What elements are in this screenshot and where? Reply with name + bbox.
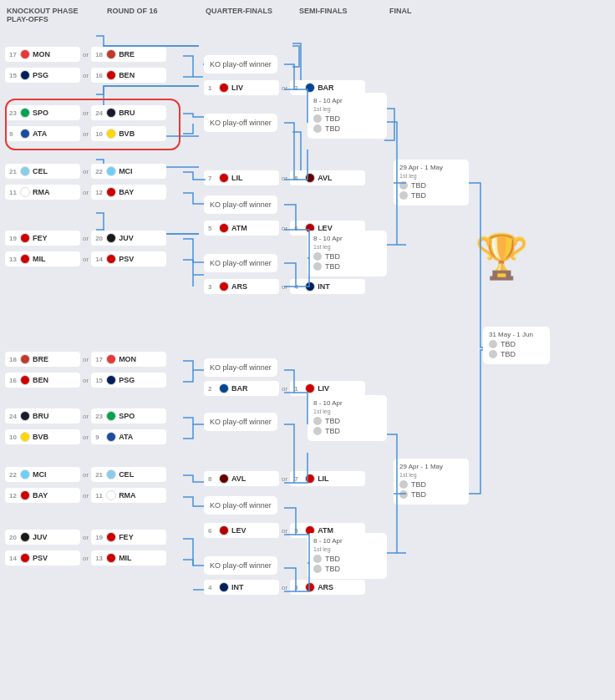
ko-matchup: 19FEYor20JUV [5,231,166,246]
ko-matchup: 12BAYor11RMA [5,488,166,503]
r16-matchup: 8AVLor7LIL [204,471,365,486]
round-result-box: 8 - 10 Apr1st legTBDTBD [308,533,387,579]
round-result-box: 8 - 10 Apr1st legTBDTBD [308,93,387,139]
ko-playoff-winner: KO play-off winner [204,55,277,74]
header-final: FINAL [389,7,456,23]
ko-playoff-winner: KO play-off winner [204,413,277,431]
ko-matchup: 23SPOor24BRU [5,105,166,120]
r16-matchup: 4INTor3ARS [204,580,365,595]
ko-matchup: 13MILor14PSV [5,251,166,266]
ko-matchup: 14PSVor13MIL [5,550,166,566]
ko-matchup: 24BRUor23SPO [5,408,166,424]
header-qf: QUARTER-FINALS [206,7,299,23]
ko-matchup: 15PSGor16BEN [5,68,166,83]
sf-result-box: 29 Apr - 1 May1st legTBDTBD [394,160,469,205]
bracket-container: KNOCKOUT PHASEPLAY-OFFS ROUND OF 16 QUAR… [0,0,615,700]
ko-matchup: 20JUVor19FEY [5,530,166,545]
header-r16: ROUND OF 16 [107,7,206,23]
ko-matchup: 9ATAor10BVB [5,126,166,141]
ko-matchup: 16BENor15PSG [5,373,166,388]
ko-playoff-winner: KO play-off winner [204,358,277,377]
trophy-icon: 🏆 [475,235,529,278]
ko-matchup: 10BVBor9ATA [5,429,166,444]
ko-playoff-winner: KO play-off winner [204,254,277,272]
ko-playoff-winner: KO play-off winner [204,114,277,132]
ko-matchup: 18BREor17MON [5,352,166,367]
ko-matchup: 21CELor22MCI [5,164,166,179]
ko-playoff-winner: KO play-off winner [204,556,277,575]
column-headers: KNOCKOUT PHASEPLAY-OFFS ROUND OF 16 QUAR… [5,7,610,23]
r16-matchup: 3ARSor4INT [204,279,365,294]
header-sf: SEMI-FINALS [299,7,389,23]
round-result-box: 8 - 10 Apr1st legTBDTBD [308,231,387,276]
r16-matchup: 7LILor8AVL [204,170,365,185]
ko-playoff-winner: KO play-off winner [204,195,277,214]
ko-matchup: 22MCIor21CEL [5,467,166,482]
header-ko: KNOCKOUT PHASEPLAY-OFFS [7,7,107,23]
round-result-box: 8 - 10 Apr1st legTBDTBD [308,395,387,441]
ko-matchup: 11RMAor12BAY [5,185,166,200]
sf-result-box: 29 Apr - 1 May1st legTBDTBD [394,459,469,505]
final-box: 31 May - 1 JunTBDTBD [483,327,550,364]
ko-playoff-winner: KO play-off winner [204,496,277,515]
r16-matchup: 2BARor1LIV [204,381,365,396]
ko-matchup: 17MONor18BRE [5,47,166,62]
